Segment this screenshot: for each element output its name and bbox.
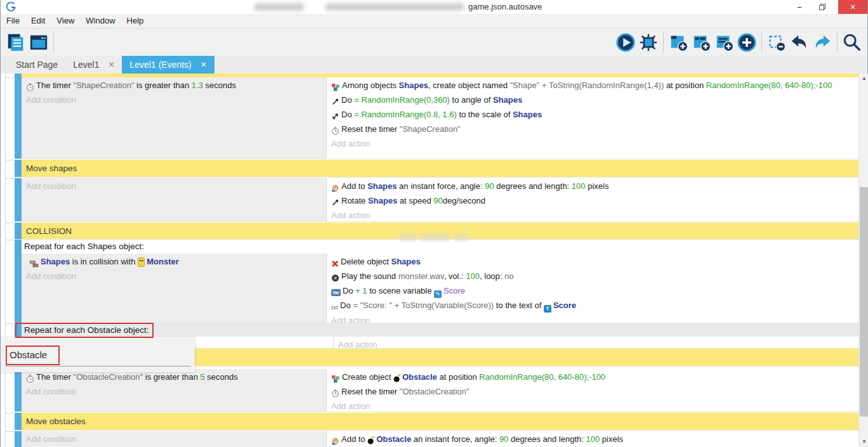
text-segment: Add to (341, 434, 367, 444)
text-segment: at speed (397, 196, 433, 205)
action-line[interactable]: Among objects Shapes, create object name… (327, 79, 854, 93)
restore-button[interactable] (813, 0, 832, 14)
text-segment: Score (444, 286, 465, 295)
text-segment: = "Score: " + ToString(Variable(Score)) (353, 301, 494, 310)
menu-window[interactable]: Window (80, 14, 121, 28)
project-manager-button[interactable] (4, 31, 27, 54)
add-event-button[interactable] (667, 31, 690, 54)
action-line[interactable]: Play the sound monster.wav, vol.: 100, l… (327, 269, 854, 284)
text-segment: 100 (586, 434, 600, 444)
action-line[interactable]: Do = RandomInRange(0.8, 1.6) to the scal… (327, 108, 854, 122)
event-handle (15, 77, 22, 159)
close-button[interactable]: ✕ (838, 0, 867, 14)
text-segment: "ShapeCreation" (400, 124, 461, 134)
condition-line[interactable]: Add condition (22, 385, 326, 398)
action-line[interactable]: Create object Obstacle at position Rando… (327, 370, 854, 385)
tab-level1[interactable]: Level1 ✕ (65, 56, 122, 74)
repeat-event-header[interactable]: Repeat for each Shapes object: (22, 240, 858, 254)
redo-button[interactable] (811, 31, 834, 54)
var-icon: Var (331, 285, 341, 299)
annotation-box-repeat-header (15, 323, 154, 338)
text-segment: Add action (331, 316, 370, 323)
conditions-cell[interactable]: Shapes is in collision with MonsterAdd c… (22, 254, 326, 323)
action-line[interactable]: Reset the timer "ObstacleCreation" (327, 385, 854, 399)
actions-cell[interactable]: Add to Shapes an instant force, angle: 9… (326, 178, 858, 221)
text-segment: "Shape" + ToString(RandomInRange(1,4)) (510, 81, 664, 90)
text-segment: Rotate (341, 196, 368, 205)
delete-event-button[interactable] (765, 31, 788, 54)
action-line[interactable]: txtDo = "Score: " + ToString(Variable(Sc… (327, 299, 854, 314)
menu-view[interactable]: View (51, 14, 80, 28)
undo-button[interactable] (788, 31, 811, 54)
scroll-down-icon[interactable]: ▼ (859, 437, 868, 446)
event-handle (15, 160, 22, 177)
action-line[interactable]: Add action (327, 137, 854, 150)
minimize-button[interactable]: – (790, 0, 809, 14)
scrollbar-thumb[interactable] (860, 187, 868, 417)
add-other-event-button[interactable] (735, 31, 758, 54)
comment-body[interactable]: Move shapes (22, 160, 858, 177)
tab-start-page[interactable]: Start Page (8, 56, 65, 74)
actions-cell[interactable]: Delete object ShapesPlay the sound monst… (326, 254, 858, 323)
action-line[interactable]: VarDo + 1 to scene variable ✎Score (327, 284, 854, 299)
actions-cell[interactable]: Among objects Shapes, create object name… (326, 77, 858, 159)
conditions-cell[interactable]: The timer "ShapeCreation" is greater tha… (22, 77, 326, 159)
actions-cell[interactable]: Create object Obstacle at position Rando… (326, 369, 858, 411)
menu-help[interactable]: Help (121, 14, 150, 28)
condition-line[interactable]: Add condition (22, 269, 326, 283)
menu-edit[interactable]: Edit (25, 14, 51, 28)
scroll-up-icon[interactable]: ▲ (859, 74, 868, 83)
text-segment: seconds (205, 372, 238, 382)
text-segment: The timer (36, 372, 74, 382)
comment-body[interactable]: Move obstacles (22, 413, 858, 430)
close-tab-icon[interactable]: ✕ (201, 60, 207, 69)
delete-event-icon (766, 32, 787, 53)
action-line[interactable]: Rotate Shapes at speed 90deg/second (327, 194, 854, 209)
condition-line[interactable]: Add condition (22, 432, 326, 446)
debug-button[interactable] (637, 31, 660, 54)
search-button[interactable] (841, 31, 864, 54)
action-line[interactable]: Add action (327, 399, 854, 411)
add-comment-button[interactable] (713, 31, 735, 54)
create-icon (331, 372, 340, 385)
action-line[interactable]: Add action (334, 338, 858, 348)
condition-line[interactable]: Add condition (22, 93, 326, 107)
text-segment: degrees and length: (494, 181, 572, 191)
conditions-cell[interactable]: Add condition (22, 178, 326, 221)
action-line[interactable]: Add to Obstacle an instant force, angle:… (327, 432, 854, 447)
text-segment: Obstacle (376, 434, 411, 444)
menu-file[interactable]: File (1, 14, 25, 28)
action-line[interactable]: Reset the timer "ShapeCreation" (327, 122, 854, 137)
text-segment: 90 (433, 196, 442, 205)
text-segment: Add condition (26, 181, 76, 191)
conditions-cell[interactable]: The timer "ObstacleCreation" is greater … (22, 369, 326, 411)
condition-line[interactable]: Add condition (22, 179, 326, 193)
timer-icon (26, 80, 34, 93)
scene-editor-button[interactable] (27, 31, 50, 54)
condition-line[interactable]: The timer "ShapeCreation" is greater tha… (22, 79, 326, 93)
text-segment: Play the sound (341, 271, 398, 281)
action-line[interactable]: Do = RandomInRange(0,360) to angle of Sh… (327, 93, 854, 108)
event-handle (15, 413, 22, 430)
condition-line[interactable]: The timer "ObstacleCreation" is greater … (22, 370, 326, 385)
close-tab-icon[interactable]: ✕ (108, 60, 114, 69)
condition-line[interactable]: Shapes is in collision with Monster (22, 255, 326, 269)
debug-icon (638, 32, 659, 53)
play-preview-button[interactable] (614, 31, 637, 54)
tab-level1-events[interactable]: Level1 (Events) ✕ (122, 56, 214, 74)
gdevelop-logo-icon (6, 2, 16, 12)
actions-cell[interactable]: Add to Obstacle an instant force, angle:… (326, 431, 858, 447)
action-line[interactable]: Add to Shapes an instant force, angle: 9… (327, 179, 854, 194)
timer-icon (331, 386, 339, 399)
action-line[interactable]: Add action (327, 314, 854, 323)
angle-icon (331, 94, 339, 108)
add-sub-event-button[interactable] (690, 31, 713, 54)
actions-cell[interactable]: Add action (333, 337, 858, 348)
text-segment: to scene variable (367, 286, 435, 295)
conditions-cell[interactable]: Add condition (22, 431, 326, 447)
action-line[interactable]: Delete object Shapes (327, 255, 854, 269)
action-line[interactable]: Add action (327, 209, 854, 221)
search-icon (842, 32, 862, 53)
vertical-scrollbar[interactable]: ▲ ▼ (858, 74, 868, 447)
text-segment: at position (437, 372, 480, 382)
